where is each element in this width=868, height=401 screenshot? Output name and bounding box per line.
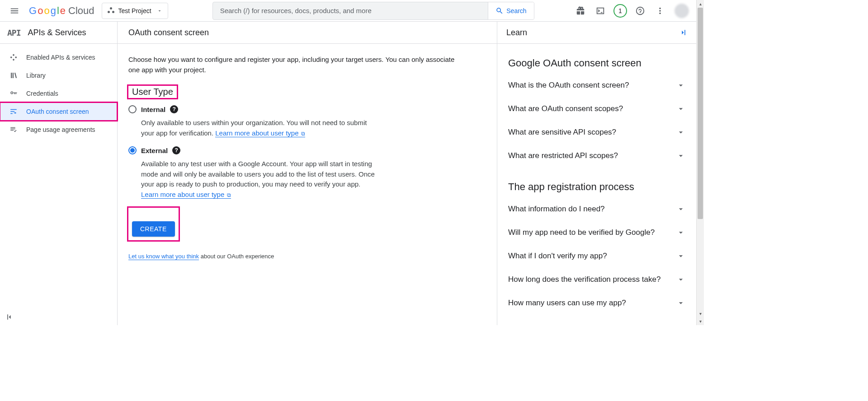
google-cloud-logo[interactable]: Google Cloud [29,5,98,17]
user-type-heading: User Type [128,86,177,98]
scroll-up-icon[interactable]: ▴ [697,0,704,8]
chevron-down-icon [676,275,685,284]
trial-badge[interactable]: 1 [611,2,629,20]
main: OAuth consent screen Choose how you want… [118,22,497,325]
accordion-consent-scopes[interactable]: What are OAuth consent scopes? [508,97,685,121]
search-input[interactable] [213,2,488,19]
enabled-apis-icon [9,53,18,61]
user-type-radio-group: Internal ? Only available to users withi… [128,105,459,200]
key-icon [9,89,18,98]
browser-scrollbar[interactable]: ▴ ▾ ▾ [696,0,704,325]
project-icon [108,7,115,14]
chevron-down-icon [676,252,685,261]
project-picker[interactable]: Test Project [102,3,168,19]
sidebar-item-label: Credentials [26,90,58,97]
sidebar-item-label: Library [26,72,46,79]
page-title: OAuth consent screen [128,28,209,37]
accordion-what-info[interactable]: What information do I need? [508,197,685,221]
sidebar-item-enabled-apis[interactable]: Enabled APIs & services [0,48,117,66]
learn-more-internal-link[interactable]: Learn more about user type ⧉ [215,129,305,137]
learn-more-external-link[interactable]: Learn more about user type ⧉ [141,191,231,199]
help-internal-icon[interactable]: ? [170,105,178,113]
sidebar-item-label: OAuth consent screen [26,108,89,115]
radio-internal-label: Internal [141,106,165,113]
sidebar-item-label: Page usage agreements [26,126,95,133]
chevron-down-icon [676,228,685,237]
topbar: Google Cloud Test Project Search [0,0,696,22]
accordion-sensitive-scopes[interactable]: What are sensitive API scopes? [508,121,685,144]
scroll-down-icon-2[interactable]: ▾ [699,317,702,325]
sidebar-header: API APIs & Services [0,22,117,44]
scroll-down-icon[interactable]: ▾ [699,310,702,317]
accordion-restricted-scopes[interactable]: What are restricted API scopes? [508,144,685,168]
accordion-how-many-users[interactable]: How many users can use my app? [508,291,685,315]
more-vert-icon[interactable] [651,2,669,20]
sidebar-title: APIs & Services [28,28,86,37]
learn-title: Learn [506,28,527,37]
search-button-label: Search [506,7,526,14]
chevron-down-icon [676,205,685,214]
chevron-down-icon [676,128,685,137]
help-external-icon[interactable]: ? [172,146,180,154]
external-description: Available to any test user with a Google… [141,159,376,200]
sidebar-item-page-usage[interactable]: Page usage agreements [0,121,117,139]
project-name: Test Project [118,7,151,14]
chevron-down-icon [676,81,685,90]
sidebar-item-library[interactable]: Library [0,66,117,84]
sidebar: API APIs & Services Enabled APIs & servi… [0,22,118,325]
caret-down-icon [157,8,162,14]
search-icon [495,7,504,15]
sidebar-item-oauth-consent[interactable]: OAuth consent screen [0,103,117,121]
logo-cloud-text: Cloud [68,5,94,17]
gift-icon[interactable] [571,2,590,20]
radio-external[interactable] [128,146,137,154]
learn-header: Learn [497,22,696,44]
create-button[interactable]: CREATE [132,221,175,237]
sidebar-collapse-icon[interactable] [5,312,14,322]
learn-section-1-heading: Google OAuth consent screen [508,57,685,69]
api-icon: API [7,28,21,37]
oauth-icon [9,107,18,116]
radio-internal[interactable] [128,105,137,113]
collapse-learn-icon[interactable] [678,28,687,37]
learn-panel: Learn Google OAuth consent screen What i… [497,22,696,325]
searchbar: Search [212,2,534,20]
sidebar-item-credentials[interactable]: Credentials [0,84,117,103]
avatar[interactable] [675,4,689,18]
search-button[interactable]: Search [488,2,533,19]
scroll-thumb[interactable] [698,8,703,219]
chevron-down-icon [676,104,685,113]
chevron-down-icon [676,151,685,160]
radio-external-label: External [141,147,168,154]
feedback-link[interactable]: Let us know what you think [128,253,199,260]
accordion-need-verified[interactable]: Will my app need to be verified by Googl… [508,221,685,244]
agreements-icon [9,126,18,134]
accordion-dont-verify[interactable]: What if I don't verify my app? [508,244,685,268]
create-button-highlight: CREATE [128,208,179,240]
sidebar-item-label: Enabled APIs & services [26,54,95,61]
external-link-icon: ⧉ [225,192,231,198]
main-header: OAuth consent screen [118,22,497,44]
topbar-right: 1 [571,2,693,20]
external-link-icon: ⧉ [300,131,305,137]
help-icon[interactable] [631,2,649,20]
chevron-down-icon [676,298,685,308]
internal-description: Only available to users within your orga… [141,118,376,138]
cloud-shell-icon[interactable] [591,2,609,20]
feedback-line: Let us know what you think about our OAu… [128,253,459,260]
learn-section-2-heading: The app registration process [508,181,685,193]
scroll-track[interactable] [697,8,704,310]
menu-icon[interactable] [4,0,25,22]
accordion-how-long[interactable]: How long does the verification process t… [508,268,685,291]
library-icon [9,71,18,79]
intro-text: Choose how you want to configure and reg… [128,55,459,75]
accordion-what-is-oauth[interactable]: What is the OAuth consent screen? [508,74,685,97]
sidebar-nav: Enabled APIs & services Library Credenti… [0,44,117,139]
